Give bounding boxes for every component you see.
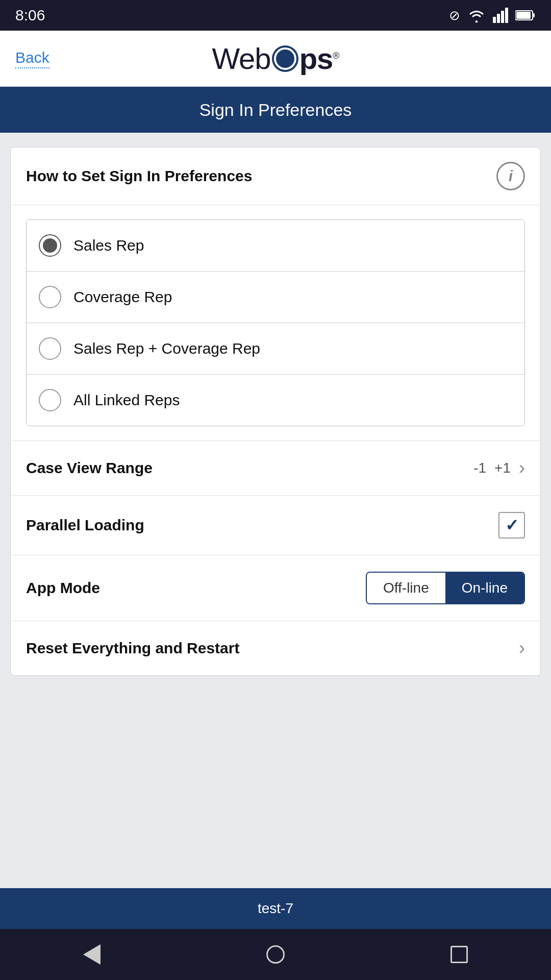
info-icon-button[interactable]: i — [496, 162, 525, 190]
footer-text: test-7 — [258, 900, 293, 917]
radio-label-all-linked-reps: All Linked Reps — [73, 391, 180, 409]
wifi-icon — [467, 8, 486, 23]
page-title-banner: Sign In Preferences — [0, 87, 551, 133]
app-mode-segmented-control: Off-line On-line — [366, 572, 525, 604]
radio-item-sales-rep[interactable]: Sales Rep — [27, 220, 524, 272]
app-mode-offline-button[interactable]: Off-line — [367, 573, 445, 603]
how-to-row: How to Set Sign In Preferences i — [11, 148, 540, 205]
reset-row[interactable]: Reset Everything and Restart › — [11, 621, 540, 675]
android-recent-button[interactable] — [444, 939, 474, 970]
android-home-button[interactable] — [260, 939, 291, 970]
case-view-range-row[interactable]: Case View Range -1 +1 › — [11, 440, 540, 495]
status-bar: 8:06 ⊘ — [0, 0, 551, 31]
svg-rect-5 — [533, 13, 535, 17]
radio-item-sales-coverage-rep[interactable]: Sales Rep + Coverage Rep — [27, 323, 524, 375]
logo-o-icon — [272, 45, 298, 72]
signal-icon — [493, 8, 508, 23]
back-triangle-icon — [83, 944, 101, 965]
logo-text-ps: ps® — [299, 41, 339, 76]
svg-rect-2 — [501, 11, 504, 23]
reset-label: Reset Everything and Restart — [26, 640, 239, 657]
dnd-icon: ⊘ — [449, 8, 460, 23]
radio-circle-sales-coverage-rep — [39, 337, 61, 360]
radio-label-coverage-rep: Coverage Rep — [73, 288, 172, 306]
svg-rect-3 — [505, 8, 508, 23]
case-view-range-chevron: › — [519, 457, 525, 479]
app-logo: Web ps® — [212, 41, 339, 76]
svg-rect-0 — [493, 17, 496, 23]
app-mode-row: App Mode Off-line On-line — [11, 555, 540, 621]
svg-rect-1 — [497, 14, 500, 23]
how-to-label: How to Set Sign In Preferences — [26, 167, 252, 185]
recent-square-icon — [450, 946, 468, 963]
battery-icon — [515, 10, 536, 21]
svg-rect-6 — [516, 12, 531, 19]
radio-label-sales-coverage-rep: Sales Rep + Coverage Rep — [73, 340, 260, 357]
app-mode-online-button[interactable]: On-line — [445, 573, 524, 603]
radio-item-coverage-rep[interactable]: Coverage Rep — [27, 272, 524, 323]
home-circle-icon — [266, 945, 285, 964]
status-time: 8:06 — [15, 7, 45, 24]
parallel-loading-row: Parallel Loading ✓ — [11, 495, 540, 555]
case-view-range-plus: +1 — [494, 460, 511, 476]
radio-circle-sales-rep — [39, 234, 61, 257]
case-view-range-label: Case View Range — [26, 459, 153, 477]
reset-chevron-icon: › — [519, 638, 525, 659]
radio-circle-coverage-rep — [39, 286, 61, 308]
parallel-loading-label: Parallel Loading — [26, 517, 144, 534]
logo-text-web: Web — [212, 41, 270, 76]
back-button[interactable]: Back — [15, 49, 49, 68]
parallel-loading-checkbox[interactable]: ✓ — [498, 512, 525, 538]
radio-item-all-linked-reps[interactable]: All Linked Reps — [27, 375, 524, 426]
radio-label-sales-rep: Sales Rep — [73, 237, 144, 254]
bottom-bar: test-7 — [0, 888, 551, 929]
case-view-range-minus: -1 — [473, 460, 486, 476]
checkmark-icon: ✓ — [505, 516, 519, 535]
status-icons: ⊘ — [449, 8, 536, 23]
settings-card: How to Set Sign In Preferences i Sales R… — [10, 147, 541, 676]
radio-group: Sales Rep Coverage Rep Sales Rep + Cover… — [26, 219, 525, 426]
app-mode-label: App Mode — [26, 579, 100, 597]
radio-circle-all-linked-reps — [39, 389, 61, 411]
nav-bar: Back Web ps® — [0, 31, 551, 87]
android-nav-bar — [0, 929, 551, 980]
page-title: Sign In Preferences — [199, 100, 352, 120]
case-view-range-right: -1 +1 › — [473, 457, 525, 479]
content-area: How to Set Sign In Preferences i Sales R… — [0, 133, 551, 888]
android-back-button[interactable] — [77, 939, 107, 970]
